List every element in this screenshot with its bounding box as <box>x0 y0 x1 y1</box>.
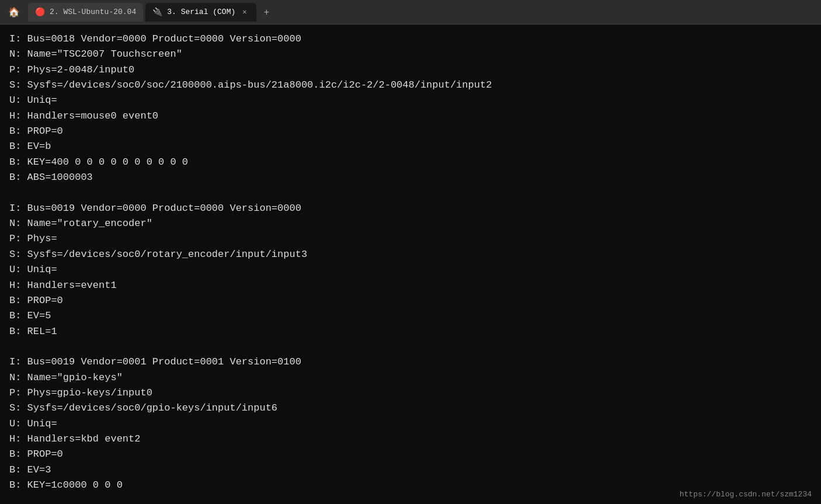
terminal-line: I: Bus=0018 Vendor=0000 Product=0000 Ver… <box>9 32 812 47</box>
tab-serial-close[interactable]: ✕ <box>240 6 249 18</box>
terminal-line: H: Handlers=event1 <box>9 278 812 293</box>
terminal-line: S: Sysfs=/devices/soc0/rotary_encoder/in… <box>9 247 812 262</box>
status-bar: https://blog.csdn.net/szm1234 <box>680 489 812 500</box>
terminal-line: B: PROP=0 <box>9 293 812 308</box>
tab-serial-label: 3. Serial (COM) <box>167 8 235 16</box>
terminal-line: H: Handlers=mouse0 event0 <box>9 109 812 124</box>
terminal-line: U: Uniq= <box>9 416 812 432</box>
tab-serial[interactable]: 🔌 3. Serial (COM) ✕ <box>145 3 256 22</box>
terminal-line <box>9 185 812 200</box>
terminal-line: B: EV=5 <box>9 308 812 324</box>
status-url: https://blog.csdn.net/szm1234 <box>680 490 812 499</box>
terminal-line: U: Uniq= <box>9 262 812 277</box>
terminal-line: S: Sysfs=/devices/soc0/soc/2100000.aips-… <box>9 78 812 93</box>
terminal-line <box>9 339 812 354</box>
terminal-content: I: Bus=0018 Vendor=0000 Product=0000 Ver… <box>0 25 821 504</box>
terminal-line: N: Name="gpio-keys" <box>9 370 812 385</box>
tab-wsl-icon: 🔴 <box>35 7 45 17</box>
terminal-line: B: REL=1 <box>9 324 812 339</box>
terminal-line: B: EV=b <box>9 139 812 154</box>
terminal-line: B: PROP=0 <box>9 124 812 139</box>
home-icon: 🏠 <box>8 6 20 18</box>
tab-serial-icon: 🔌 <box>152 7 162 17</box>
tab-wsl[interactable]: 🔴 2. WSL-Ubuntu-20.04 <box>28 3 143 22</box>
terminal-line: I: Bus=0019 Vendor=0000 Product=0000 Ver… <box>9 201 812 216</box>
terminal-line: S: Sysfs=/devices/soc0/gpio-keys/input/i… <box>9 401 812 416</box>
terminal-line: P: Phys=2-0048/input0 <box>9 62 812 78</box>
terminal-line: N: Name="TSC2007 Touchscreen" <box>9 47 812 62</box>
new-tab-button[interactable]: + <box>259 4 275 20</box>
terminal-line: B: ABS=1000003 <box>9 170 812 185</box>
browser-chrome: 🏠 🔴 2. WSL-Ubuntu-20.04 🔌 3. Serial (COM… <box>0 0 821 25</box>
terminal-line: U: Uniq= <box>9 93 812 108</box>
terminal-line: B: EV=3 <box>9 463 812 478</box>
terminal-line: P: Phys= <box>9 231 812 246</box>
tab-wsl-label: 2. WSL-Ubuntu-20.04 <box>50 8 136 16</box>
home-button[interactable]: 🏠 <box>5 3 23 22</box>
terminal-line: H: Handlers=kbd event2 <box>9 432 812 447</box>
terminal-line: P: Phys=gpio-keys/input0 <box>9 385 812 401</box>
terminal-line: B: KEY=400 0 0 0 0 0 0 0 0 0 0 <box>9 155 812 170</box>
terminal-line: N: Name="rotary_encoder" <box>9 216 812 231</box>
terminal-line: I: Bus=0019 Vendor=0001 Product=0001 Ver… <box>9 354 812 370</box>
new-tab-icon: + <box>264 7 269 18</box>
terminal-line: B: PROP=0 <box>9 447 812 462</box>
